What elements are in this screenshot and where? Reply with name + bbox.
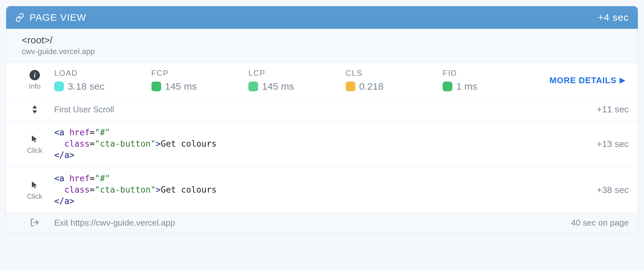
more-details-link[interactable]: MORE DETAILS ▶ [550,75,626,85]
metric-load-value: 3.18 sec [68,81,104,92]
page-view-card: PAGE VIEW +4 sec <root>/ cwv-guide.verce… [6,6,638,233]
metric-fcp: FCP 145 ms [151,69,249,92]
metric-fid-value: 1 ms [456,81,477,92]
metric-fid-swatch [443,82,452,91]
header-title: PAGE VIEW [30,12,86,23]
time-on-page: 40 sec on page [571,218,629,228]
event-icon-col [15,104,54,115]
scroll-icon [31,104,38,115]
metric-load-swatch [54,82,64,91]
exit-icon [30,218,39,228]
caret-right-icon: ▶ [620,76,626,84]
exit-text: Exit https://cwv-guide.vercel.app [54,218,571,228]
page-info: <root>/ cwv-guide.vercel.app [6,29,638,63]
metric-load-label: LOAD [54,69,151,78]
cursor-icon [30,133,39,144]
metric-fcp-swatch [151,82,161,91]
cursor-icon [30,179,39,190]
event-icon-col: Click [15,133,54,155]
metric-lcp: LCP 145 ms [248,69,346,92]
metric-lcp-value: 145 ms [262,81,294,92]
event-click1-icon-label: Click [27,146,42,155]
svg-marker-1 [32,110,37,114]
link-icon [15,13,24,22]
info-column: i Info [15,70,54,91]
event-click2-body: <a href="#" class="cta-button">Get colou… [54,173,590,207]
event-scroll-label: First User Scroll [54,105,590,115]
event-click2-code: <a href="#" class="cta-button">Get colou… [54,173,590,207]
card-header: PAGE VIEW +4 sec [6,6,638,29]
header-left: PAGE VIEW [15,12,86,23]
footer-row: Exit https://cwv-guide.vercel.app 40 sec… [6,213,638,233]
metric-cls-label: CLS [346,69,443,78]
metric-lcp-swatch [248,82,258,91]
event-click1-code: <a href="#" class="cta-button">Get colou… [54,127,590,161]
event-scroll-time: +11 sec [590,104,629,115]
header-timestamp: +4 sec [598,12,629,23]
metric-load: LOAD 3.18 sec [54,69,151,92]
metric-fcp-label: FCP [151,69,249,78]
page-path: <root>/ [22,35,622,46]
metric-fid: FID 1 ms [443,69,540,92]
exit-icon-col [15,218,54,228]
event-row-click-2: Click <a href="#" class="cta-button">Get… [6,167,638,213]
metric-fcp-value: 145 ms [165,81,197,92]
info-icon[interactable]: i [30,70,40,80]
metrics-row: i Info LOAD 3.18 sec FCP 145 ms LCP 145 … [6,63,638,98]
event-icon-col: Click [15,179,54,201]
page-domain: cwv-guide.vercel.app [22,47,622,56]
metric-fid-label: FID [443,69,540,78]
metric-cls: CLS 0.218 [346,69,443,92]
event-row-scroll: First User Scroll +11 sec [6,98,638,121]
metric-cls-swatch [346,82,355,91]
svg-marker-0 [32,105,37,108]
event-click1-body: <a href="#" class="cta-button">Get colou… [54,127,590,161]
event-click2-icon-label: Click [27,192,42,201]
event-click1-time: +13 sec [590,139,629,149]
event-row-click-1: Click <a href="#" class="cta-button">Get… [6,121,638,167]
metric-cls-value: 0.218 [359,81,384,92]
more-details-label: MORE DETAILS [550,75,617,85]
metric-lcp-label: LCP [248,69,346,78]
event-click2-time: +38 sec [590,185,629,195]
info-label: Info [29,82,41,91]
